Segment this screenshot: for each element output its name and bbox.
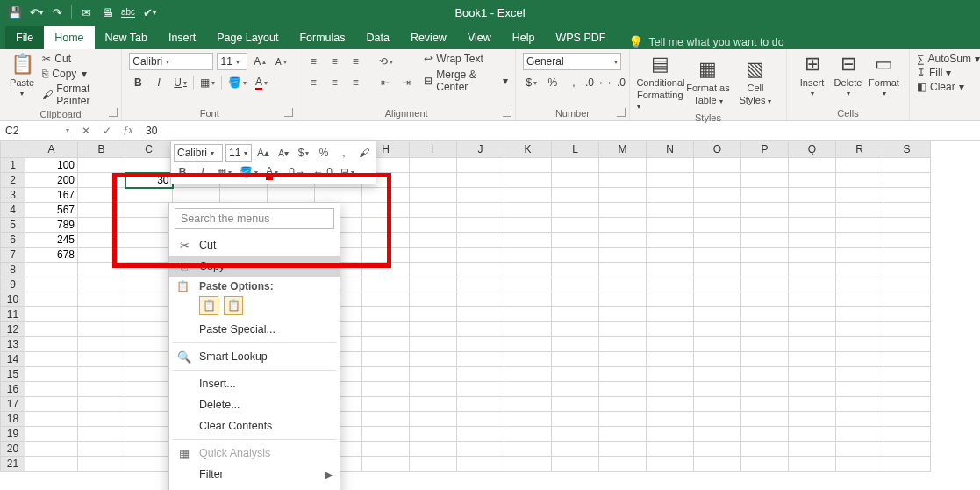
cell[interactable] bbox=[125, 427, 173, 442]
quickprint-icon[interactable]: 🖶 bbox=[97, 3, 117, 22]
cell[interactable] bbox=[883, 233, 931, 248]
cell[interactable] bbox=[789, 412, 836, 427]
cell[interactable] bbox=[883, 277, 931, 292]
mini-size-combo[interactable]: 11▾ bbox=[225, 144, 252, 162]
fill-button[interactable]: ↧Fill▾ bbox=[917, 67, 973, 79]
cell[interactable] bbox=[599, 427, 647, 442]
cell[interactable] bbox=[789, 248, 836, 263]
cell[interactable] bbox=[883, 352, 931, 367]
cell[interactable] bbox=[789, 367, 836, 382]
cell[interactable] bbox=[741, 427, 789, 442]
cell[interactable] bbox=[836, 188, 883, 203]
row-header[interactable]: 8 bbox=[1, 263, 25, 277]
align-right-button[interactable]: ≡ bbox=[347, 74, 364, 91]
cell[interactable] bbox=[410, 292, 457, 307]
cell[interactable] bbox=[836, 352, 883, 367]
cell[interactable] bbox=[647, 322, 694, 337]
cell[interactable] bbox=[741, 233, 789, 248]
cell[interactable] bbox=[599, 248, 647, 263]
cell[interactable] bbox=[504, 263, 552, 277]
cell[interactable] bbox=[599, 337, 647, 352]
mini-grow-font[interactable]: A▴ bbox=[254, 144, 272, 162]
increase-indent-button[interactable]: ⇥ bbox=[397, 74, 415, 91]
cell[interactable] bbox=[694, 322, 741, 337]
cell[interactable] bbox=[599, 158, 647, 173]
cell[interactable] bbox=[125, 322, 173, 337]
menu-sort[interactable]: Sort▶ bbox=[169, 485, 340, 490]
cell[interactable] bbox=[457, 457, 504, 472]
grow-font-button[interactable]: A▴ bbox=[251, 53, 268, 70]
dialog-launcher-icon[interactable] bbox=[284, 108, 293, 117]
format-as-table-button[interactable]: ▦Format asTable ▾ bbox=[684, 58, 732, 105]
cell[interactable] bbox=[362, 188, 410, 203]
tab-formulas[interactable]: Formulas bbox=[289, 26, 355, 49]
cell[interactable] bbox=[552, 248, 599, 263]
cell[interactable] bbox=[789, 382, 836, 397]
cell[interactable]: 567 bbox=[25, 203, 78, 218]
cell[interactable] bbox=[410, 203, 457, 218]
cell[interactable] bbox=[647, 367, 694, 382]
column-header[interactable]: N bbox=[647, 141, 694, 158]
cell[interactable] bbox=[410, 412, 457, 427]
cell[interactable] bbox=[647, 382, 694, 397]
cell[interactable] bbox=[836, 173, 883, 188]
cell[interactable] bbox=[25, 307, 78, 322]
cell[interactable] bbox=[741, 382, 789, 397]
cell[interactable] bbox=[125, 352, 173, 367]
merge-center-button[interactable]: ⊟Merge & Center▾ bbox=[424, 68, 508, 93]
cell[interactable] bbox=[504, 158, 552, 173]
cell[interactable] bbox=[457, 203, 504, 218]
cell[interactable] bbox=[504, 457, 552, 472]
cell[interactable] bbox=[410, 263, 457, 277]
cell[interactable] bbox=[362, 292, 410, 307]
row-header[interactable]: 15 bbox=[1, 367, 25, 382]
cell[interactable] bbox=[694, 218, 741, 233]
paste-option-keep-source[interactable]: 📋 bbox=[199, 296, 218, 315]
cell[interactable] bbox=[552, 367, 599, 382]
cell[interactable] bbox=[410, 427, 457, 442]
column-header[interactable]: B bbox=[78, 141, 125, 158]
cell[interactable] bbox=[883, 248, 931, 263]
mini-percent[interactable]: % bbox=[315, 144, 333, 162]
email-icon[interactable]: ✉ bbox=[76, 3, 96, 22]
conditional-formatting-button[interactable]: ▤ConditionalFormatting ▾ bbox=[637, 53, 684, 111]
cell[interactable] bbox=[173, 188, 220, 203]
cell[interactable] bbox=[25, 382, 78, 397]
cells-table[interactable]: ABCDEFGHIJKLMNOPQRS 11002200303167456757… bbox=[0, 141, 931, 472]
cell[interactable] bbox=[647, 263, 694, 277]
cell[interactable] bbox=[599, 292, 647, 307]
cell[interactable] bbox=[694, 158, 741, 173]
cell[interactable] bbox=[25, 322, 78, 337]
cell[interactable] bbox=[457, 352, 504, 367]
cell[interactable] bbox=[410, 382, 457, 397]
cell[interactable] bbox=[362, 367, 410, 382]
accounting-format-button[interactable]: $▾ bbox=[523, 74, 540, 91]
cell[interactable] bbox=[883, 322, 931, 337]
cell[interactable] bbox=[125, 457, 173, 472]
row-header[interactable]: 4 bbox=[1, 203, 25, 218]
autosum-button[interactable]: ∑AutoSum▾ bbox=[917, 53, 973, 65]
cell[interactable] bbox=[789, 277, 836, 292]
cell[interactable] bbox=[789, 337, 836, 352]
column-header[interactable]: I bbox=[410, 141, 457, 158]
cell[interactable] bbox=[552, 233, 599, 248]
cell[interactable] bbox=[789, 218, 836, 233]
column-header[interactable]: Q bbox=[789, 141, 836, 158]
cell[interactable] bbox=[362, 352, 410, 367]
cell[interactable] bbox=[78, 352, 125, 367]
cell[interactable] bbox=[789, 233, 836, 248]
menu-insert[interactable]: Insert... bbox=[169, 373, 340, 394]
align-bottom-button[interactable]: ≡ bbox=[347, 53, 364, 70]
cell[interactable] bbox=[457, 292, 504, 307]
touch-icon[interactable]: ✔▾ bbox=[139, 3, 159, 22]
mini-dec-decimal[interactable]: ←.0 bbox=[311, 163, 335, 181]
row-header[interactable]: 12 bbox=[1, 322, 25, 337]
cell[interactable] bbox=[125, 412, 173, 427]
mini-bold[interactable]: B bbox=[174, 163, 191, 181]
cell[interactable] bbox=[78, 307, 125, 322]
cell[interactable] bbox=[78, 158, 125, 173]
paste-option-values[interactable]: 📋 bbox=[224, 296, 243, 315]
cell[interactable] bbox=[78, 173, 125, 188]
cell[interactable] bbox=[457, 173, 504, 188]
cell[interactable] bbox=[836, 233, 883, 248]
